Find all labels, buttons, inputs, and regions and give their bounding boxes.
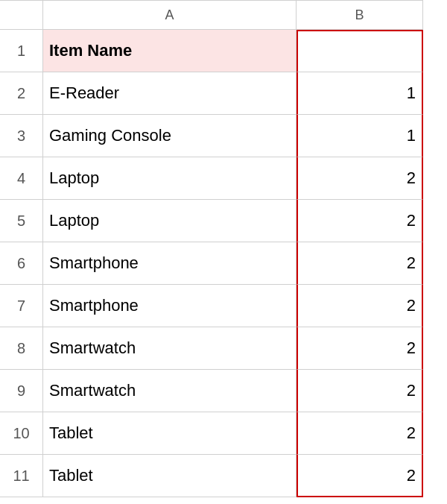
cell-a1[interactable]: Item Name (43, 30, 297, 72)
cell-b5[interactable]: 2 (297, 200, 423, 242)
cell-b6[interactable]: 2 (297, 242, 423, 285)
row-num-11: 11 (0, 455, 43, 497)
cell-b3[interactable]: 1 (297, 115, 423, 157)
cell-b8-value: 2 (407, 338, 416, 358)
cell-a2-value: E-Reader (49, 84, 119, 103)
cell-b11-value: 2 (407, 466, 416, 485)
cell-b4[interactable]: 2 (297, 157, 423, 200)
cell-a11-value: Tablet (49, 466, 93, 485)
cell-a1-value: Item Name (49, 41, 132, 60)
row-num-3: 3 (0, 115, 43, 157)
col-a-label: A (165, 7, 174, 23)
cell-b5-value: 2 (407, 211, 416, 230)
cell-a5-value: Laptop (49, 211, 99, 230)
cell-b8[interactable]: 2 (297, 327, 423, 370)
cell-b7[interactable]: 2 (297, 285, 423, 327)
cell-b9[interactable]: 2 (297, 370, 423, 412)
cell-a3-value: Gaming Console (49, 126, 171, 145)
cell-a8[interactable]: Smartwatch (43, 327, 297, 370)
row-num-4: 4 (0, 157, 43, 200)
cell-b10-value: 2 (407, 423, 416, 443)
cell-a2[interactable]: E-Reader (43, 72, 297, 115)
cell-a7[interactable]: Smartphone (43, 285, 297, 327)
row-num-6: 6 (0, 242, 43, 285)
row-num-9: 9 (0, 370, 43, 412)
corner-cell (0, 0, 43, 30)
cell-b9-value: 2 (407, 381, 416, 400)
row-num-7: 7 (0, 285, 43, 327)
row-num-8: 8 (0, 327, 43, 370)
cell-a6[interactable]: Smartphone (43, 242, 297, 285)
col-b-label: B (355, 7, 364, 23)
cell-a4[interactable]: Laptop (43, 157, 297, 200)
cell-b2[interactable]: 1 (297, 72, 423, 115)
cell-a9[interactable]: Smartwatch (43, 370, 297, 412)
cell-a3[interactable]: Gaming Console (43, 115, 297, 157)
cell-b6-value: 2 (407, 253, 416, 273)
cell-a11[interactable]: Tablet (43, 455, 297, 497)
cell-a9-value: Smartwatch (49, 381, 136, 400)
cell-a6-value: Smartphone (49, 253, 139, 273)
grid: A B 1 Item Name 2 E-Reader 1 3 Gaming (0, 0, 447, 497)
cell-b10[interactable]: 2 (297, 412, 423, 455)
cell-b3-value: 1 (407, 126, 416, 145)
cell-a10-value: Tablet (49, 423, 93, 443)
spreadsheet: A B 1 Item Name 2 E-Reader 1 3 Gaming (0, 0, 447, 504)
cell-b11[interactable]: 2 (297, 455, 423, 497)
cell-a5[interactable]: Laptop (43, 200, 297, 242)
cell-b1[interactable] (297, 30, 423, 72)
cell-a4-value: Laptop (49, 168, 99, 188)
cell-a8-value: Smartwatch (49, 338, 136, 358)
row-num-5: 5 (0, 200, 43, 242)
row-num-10: 10 (0, 412, 43, 455)
cell-b7-value: 2 (407, 296, 416, 315)
col-header-a[interactable]: A (43, 0, 297, 30)
row-num-1: 1 (0, 30, 43, 72)
cell-b2-value: 1 (407, 84, 416, 103)
cell-b4-value: 2 (407, 168, 416, 188)
col-header-b[interactable]: B (297, 0, 423, 30)
row-num-2: 2 (0, 72, 43, 115)
cell-a7-value: Smartphone (49, 296, 139, 315)
cell-a10[interactable]: Tablet (43, 412, 297, 455)
